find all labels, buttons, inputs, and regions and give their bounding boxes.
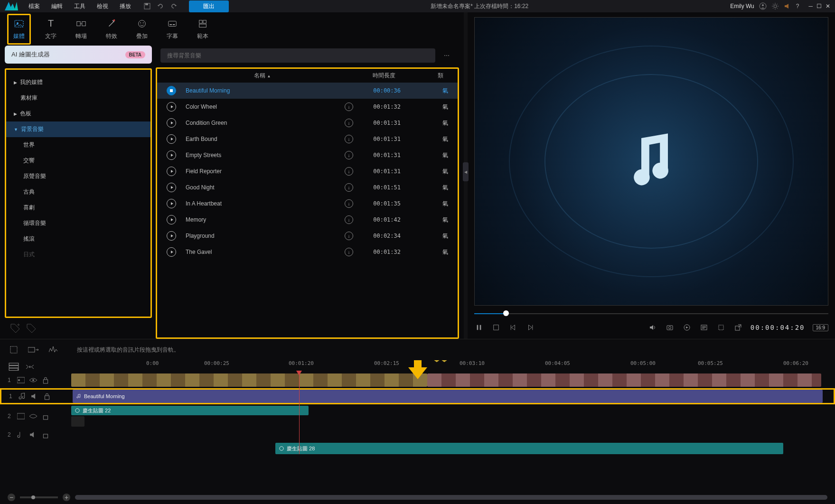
play-icon[interactable]	[167, 102, 176, 112]
sidebar-sub-symphony[interactable]: 交響	[6, 153, 150, 168]
column-duration[interactable]: 時間長度	[353, 72, 415, 80]
track-row[interactable]: Condition Green↓00:01:31氣	[157, 115, 458, 131]
popout-icon[interactable]	[733, 323, 743, 332]
track-row[interactable]: Color Wheel↓00:01:32氣	[157, 99, 458, 115]
next-frame-button[interactable]	[525, 323, 535, 332]
scrubber-handle[interactable]	[503, 310, 509, 316]
stop-icon[interactable]	[167, 86, 176, 95]
undo-icon[interactable]	[157, 2, 164, 10]
playhead[interactable]	[299, 373, 300, 454]
lock-icon[interactable]	[42, 412, 49, 420]
menu-edit[interactable]: 編輯	[47, 0, 67, 12]
minimize-icon[interactable]: ─	[808, 3, 813, 9]
pause-button[interactable]	[474, 323, 484, 332]
audio-clip-beautiful-morning[interactable]: Beautiful Morning	[73, 390, 823, 403]
track-row[interactable]: Good Night↓00:01:51氣	[157, 179, 458, 196]
zoom-out-button[interactable]: −	[8, 494, 15, 501]
crop-icon[interactable]	[716, 323, 726, 332]
track-row[interactable]: Beautiful Morning00:00:36氣	[157, 83, 458, 99]
track-row[interactable]: Memory↓00:01:42氣	[157, 212, 458, 228]
megaphone-icon[interactable]	[784, 2, 791, 10]
menu-file[interactable]: 檔案	[24, 0, 45, 12]
download-icon[interactable]: ↓	[345, 183, 353, 192]
prev-frame-button[interactable]	[508, 323, 518, 332]
download-icon[interactable]: ↓	[345, 103, 353, 111]
timeline-waveform-icon[interactable]	[47, 344, 60, 356]
volume-icon[interactable]	[648, 323, 657, 332]
snapshot-icon[interactable]	[665, 323, 675, 332]
collapse-handle-icon[interactable]: ◀	[463, 162, 469, 181]
download-icon[interactable]: ↓	[345, 248, 353, 256]
download-icon[interactable]: ↓	[345, 199, 353, 208]
tab-text[interactable]: T文字	[40, 15, 61, 43]
play-icon[interactable]	[167, 183, 176, 192]
sidebar-sub-classical[interactable]: 古典	[6, 184, 150, 200]
play-icon[interactable]	[167, 167, 176, 176]
track-row[interactable]: Playground↓00:02:34氣	[157, 228, 458, 244]
column-type[interactable]: 類	[415, 72, 443, 80]
play-icon[interactable]	[167, 199, 176, 208]
sidebar-sub-world[interactable]: 世界	[6, 137, 150, 153]
maximize-icon[interactable]: ☐	[816, 3, 822, 9]
lock-icon[interactable]	[42, 431, 49, 439]
track-row[interactable]: Earth Bound↓00:01:31氣	[157, 131, 458, 147]
search-input[interactable]	[160, 48, 435, 63]
menu-play[interactable]: 播放	[115, 0, 136, 12]
tag-icon[interactable]	[26, 323, 37, 334]
mute-icon[interactable]	[31, 392, 38, 400]
save-icon[interactable]	[143, 2, 151, 10]
more-options-icon[interactable]: ⋯	[439, 52, 454, 59]
play-icon[interactable]	[167, 231, 176, 241]
tab-overlay[interactable]: 疊加	[131, 15, 152, 43]
lock-icon[interactable]	[42, 376, 49, 384]
download-icon[interactable]: ↓	[345, 151, 353, 159]
download-icon[interactable]: ↓	[345, 232, 353, 240]
quality-icon[interactable]	[682, 323, 692, 332]
sidebar-sub-loop[interactable]: 循環音樂	[6, 215, 150, 231]
stop-button[interactable]	[491, 323, 501, 332]
tab-template[interactable]: 範本	[192, 15, 213, 43]
preview-scrubber[interactable]	[474, 309, 828, 317]
tab-transition[interactable]: 轉場	[71, 15, 92, 43]
ai-generator-button[interactable]: AI 繪圖生成器 BETA	[5, 46, 152, 64]
download-icon[interactable]: ↓	[345, 119, 353, 127]
timeline-scrollbar[interactable]	[75, 495, 827, 500]
info-panel-icon[interactable]	[699, 323, 709, 332]
help-icon[interactable]: ?	[796, 3, 799, 9]
close-icon[interactable]: ✕	[826, 3, 830, 9]
user-name[interactable]: Emily Wu	[730, 3, 754, 9]
visibility-icon[interactable]	[29, 376, 37, 384]
tab-media[interactable]: 媒體	[7, 14, 31, 45]
sidebar-sub-japanese[interactable]: 日式	[6, 247, 150, 262]
play-icon[interactable]	[167, 215, 176, 224]
track-magnet-icon[interactable]	[24, 361, 36, 373]
track-row[interactable]: Field Reporter↓00:01:31氣	[157, 163, 458, 179]
redo-icon[interactable]	[170, 2, 178, 10]
play-icon[interactable]	[167, 118, 176, 128]
column-name[interactable]: 名稱▲	[171, 72, 353, 80]
download-icon[interactable]: ↓	[345, 215, 353, 224]
fx-clip-2[interactable]: 慶生貼圖 28	[275, 443, 783, 454]
track-row[interactable]: The Gavel↓00:01:32氣	[157, 244, 458, 260]
track-row[interactable]: Empty Streets↓00:01:31氣	[157, 147, 458, 163]
sidebar-my-media[interactable]: ▶我的媒體	[6, 75, 150, 90]
play-icon[interactable]	[167, 150, 176, 160]
zoom-slider[interactable]	[20, 496, 58, 498]
sidebar-sub-comedy[interactable]: 喜劇	[6, 200, 150, 215]
menu-tools[interactable]: 工具	[69, 0, 90, 12]
play-icon[interactable]	[167, 134, 176, 144]
sidebar-sub-soundtrack[interactable]: 原聲音樂	[6, 168, 150, 184]
video-clip-2[interactable]	[427, 373, 821, 387]
tab-subtitle[interactable]: 字幕	[162, 15, 183, 43]
sidebar-stock[interactable]: 素材庫	[6, 90, 150, 106]
timeline-selector-icon[interactable]	[8, 344, 20, 356]
lock-icon[interactable]	[43, 392, 51, 400]
track-view-icon[interactable]: +	[8, 361, 20, 373]
mute-icon[interactable]	[29, 431, 37, 439]
sidebar-sub-rock[interactable]: 搖滾	[6, 231, 150, 247]
sidebar-colorboard[interactable]: ▶色板	[6, 106, 150, 121]
timeline-storyboard-icon[interactable]	[28, 344, 40, 356]
range-markers[interactable]	[434, 360, 447, 362]
visibility-icon[interactable]	[29, 412, 37, 420]
download-icon[interactable]: ↓	[345, 135, 353, 143]
